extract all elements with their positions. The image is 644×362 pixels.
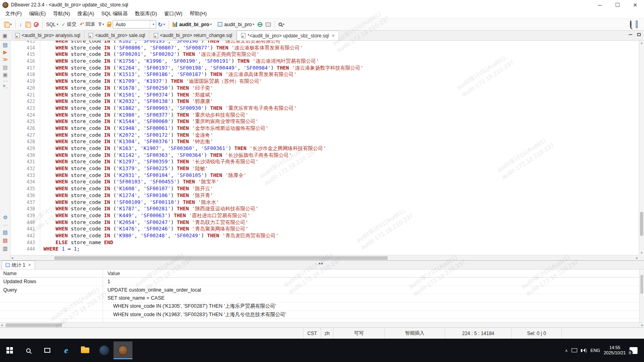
schema-selector[interactable]: audit_bi_pro ▾ [217,20,256,29]
code-line[interactable]: 432 WHEN store_code IN ('K1379', 'SF0022… [10,165,639,172]
minimize-button[interactable]: ─ [591,0,609,10]
statistics-tab[interactable]: 统计 1 × [2,261,35,269]
code-line[interactable]: 427 WHEN store_code IN ('K2072', 'SF0017… [10,132,639,139]
ie-browser-button[interactable]: e [57,341,76,359]
code-line[interactable]: 439 WHEN store_code IN ('K449', 'SF00063… [10,212,639,219]
code-line[interactable]: 430 WHEN store_code IN ('K1142', 'SF0036… [10,152,639,159]
menu-item[interactable]: SQL 编辑器 [98,10,132,18]
code-line[interactable]: 431 WHEN store_code IN ('K1297', 'SF0035… [10,158,639,165]
code-line[interactable]: 418 WHEN store_code IN ('K1513', 'SF0018… [10,71,639,78]
code-line[interactable]: 441 WHEN store_code IN ('K1476', 'SF0024… [10,226,639,232]
network-settings-button[interactable] [256,20,264,29]
menu-item[interactable]: 帮助(H) [186,10,210,18]
scrollbar-thumb[interactable] [640,275,643,294]
editor-tab[interactable]: *<audit_bi_pro> update_sbz_store.sql× [237,31,339,40]
error-log-icon[interactable]: ▤ [0,238,10,243]
explain-plan-icon[interactable]: ▤ [0,65,10,70]
search-dropdown[interactable]: ▾ [277,20,286,29]
editor-tab[interactable]: <audit_bi_pro> return_change.sql [150,31,237,40]
connection-selector[interactable]: audit_bi_pro ▾ [171,20,213,29]
code-line[interactable]: 416 WHEN store_code IN ('K1756', 'K1996'… [10,58,639,65]
code-line[interactable]: 414 WHEN store_code IN ('SF00806', 'SF00… [10,45,639,51]
close-button[interactable]: ✕ [626,0,644,10]
code-line[interactable]: 443 ELSE store_name END [10,239,639,246]
editor-tab[interactable]: <audit_bi_pro> sale.sql [85,31,149,40]
sql-editor[interactable]: 413 WHEN store_code IN ('K162', 'SF00195… [10,41,644,260]
code-line[interactable]: 435 WHEN store_code IN ('K1608', 'SF0010… [10,185,639,192]
table-row[interactable]: Updated Rows1 [0,278,644,286]
status-cell[interactable]: 智能插入 [384,328,445,339]
scroll-left-icon[interactable]: ◂ [1,323,3,327]
code-line[interactable]: 421 WHEN store_code IN ('K1501', 'SF0037… [10,92,639,99]
maximize-button[interactable]: ☐ [609,0,626,10]
rollback-button[interactable]: ↶ 回滚 [78,20,96,29]
save-log-icon[interactable]: ▤ [0,230,10,235]
network-icon[interactable] [572,348,577,352]
panel-vertical-scrollbar[interactable] [639,269,644,322]
vertical-scrollbar[interactable]: ▴ ▾ [639,41,644,255]
menu-item[interactable]: 窗口(W) [161,10,186,18]
execute-statement-icon[interactable]: ▶ [0,49,10,55]
scroll-down-icon[interactable]: ▾ [639,251,644,255]
scroll-up-icon[interactable]: ▴ [639,41,644,45]
panel-horizontal-scrollbar[interactable]: ◂ ▸ [0,322,644,327]
code-line[interactable]: 425 WHEN store_code IN ('K1544', 'SF0006… [10,118,639,125]
quick-search-button[interactable] [630,21,632,28]
code-line[interactable]: 419 WHEN store_code IN ('K1709', 'K1937'… [10,78,639,85]
execute-script-button[interactable] [24,20,32,29]
taskbar-clock[interactable]: 14:55 2025/10/21 [604,345,626,356]
menu-item[interactable]: 编辑(E) [25,10,50,18]
language-indicator[interactable]: ENG [590,348,600,353]
editor-layout-button[interactable] [636,21,638,28]
settings-gear-icon[interactable]: ⚙ [0,215,10,220]
new-sql-editor-icon[interactable]: ▾ [3,20,13,29]
code-line[interactable]: 413 WHEN store_code IN ('K162', 'SF00195… [10,41,639,45]
menu-item[interactable]: 导航(N) [50,10,74,18]
editor-list-icon[interactable]: ▣ [2,33,7,39]
code-line[interactable]: 426 WHEN store_code IN ('K1948', 'SF0006… [10,125,639,132]
table-row[interactable]: WHEN store_code IN ('K1963', 'SF00283') … [0,311,644,319]
execute-script-icon[interactable]: ≫ [0,57,10,62]
fetch-next-icon[interactable]: ↓ [18,20,23,29]
code-line[interactable]: 440 WHEN store_code IN ('K2054', 'SF0024… [10,219,639,226]
commit-button[interactable]: ✓ 提交 [60,20,78,29]
code-line[interactable]: 436 WHEN store_code IN ('K1274', 'SF0010… [10,192,639,199]
scrollbar-thumb[interactable] [640,212,643,236]
table-row[interactable]: QueryUPDATE custom_online_sale_order_loc… [0,286,644,294]
terminal-icon[interactable]: >_ [0,84,10,88]
auto-refresh-dropdown[interactable]: ↻▾ [157,20,166,29]
code-line[interactable]: 434 WHEN store_code IN ('SF00103', 'SF00… [10,179,639,185]
menu-item[interactable]: 数据库(D) [131,10,161,18]
menu-item[interactable]: 搜索(A) [74,10,98,18]
sql-language-dropdown[interactable]: SQL▾ [45,20,60,29]
panel-sash-arrows[interactable]: ▲▲ [318,261,323,265]
scroll-right-icon[interactable]: ▸ [636,256,638,260]
code-line[interactable]: 424 WHEN store_code IN ('K1980', 'SF0037… [10,112,639,119]
code-line[interactable]: 444WHERE 1 = 1; [10,246,639,253]
scroll-left-icon[interactable]: ◂ [11,256,13,260]
code-line[interactable]: 415 WHEN store_code IN ('SF00201', 'SF00… [10,51,639,58]
status-cell[interactable]: 可写 [333,328,384,339]
code-line[interactable]: 442 WHEN store_code IN ('K980', 'SF00248… [10,232,639,239]
code-line[interactable]: 422 WHEN store_code IN ('K2032', 'SF0013… [10,98,639,105]
output-device-button[interactable] [264,20,272,29]
transaction-lock-button[interactable] [106,20,112,29]
scrollbar-thumb[interactable] [6,323,62,327]
start-button[interactable] [0,341,19,359]
tray-expand-icon[interactable]: ∧ [565,348,568,353]
code-line[interactable]: 437 WHEN store_code IN ('SF00109', 'SF00… [10,199,639,206]
task-view-button[interactable] [38,341,57,359]
export-result-icon[interactable]: ▥ [0,246,10,251]
copy-icon[interactable]: ▣ [0,72,10,77]
file-explorer-button[interactable] [76,341,95,359]
dbeaver-taskbar-button[interactable] [114,341,132,359]
combo-chevron[interactable]: ▾ [150,21,156,28]
table-row[interactable]: WHEN store_code IN ('K1305', 'SF00287') … [0,302,644,311]
code-line[interactable]: 429 WHEN store_code IN ('K163', 'K1907',… [10,145,639,152]
status-cell[interactable]: CST [303,328,321,339]
menu-item[interactable]: 文件(F) [2,10,25,18]
scrollbar-thumb[interactable] [54,256,387,260]
volume-icon[interactable]: ) [581,348,587,353]
maximize-view-icon[interactable] [637,33,641,36]
code-line[interactable]: 428 WHEN store_code IN ('K1304', 'SF0037… [10,138,639,145]
